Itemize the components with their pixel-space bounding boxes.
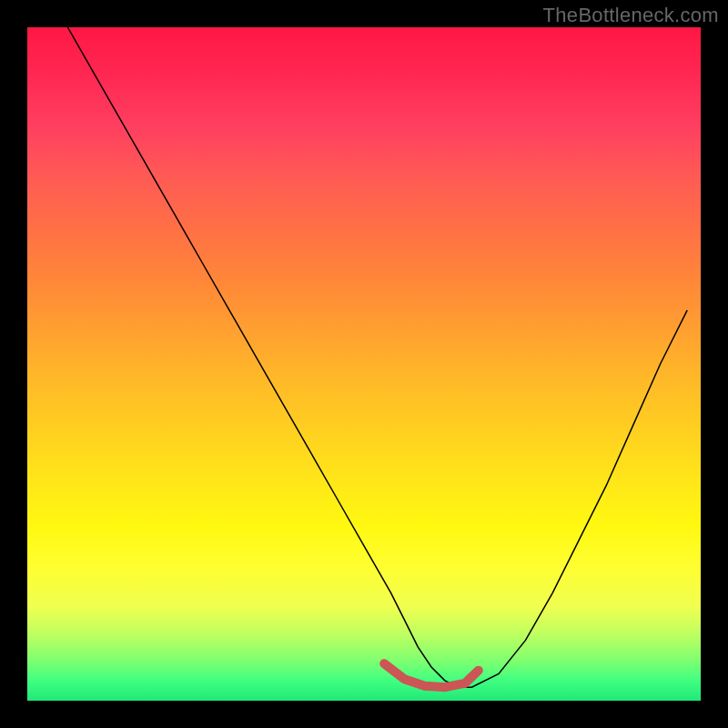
curve-svg — [27, 27, 701, 701]
plot-area — [27, 27, 701, 701]
bottleneck-curve — [67, 27, 687, 687]
chart-frame: TheBottleneck.com — [0, 0, 728, 728]
watermark-text: TheBottleneck.com — [543, 4, 719, 27]
